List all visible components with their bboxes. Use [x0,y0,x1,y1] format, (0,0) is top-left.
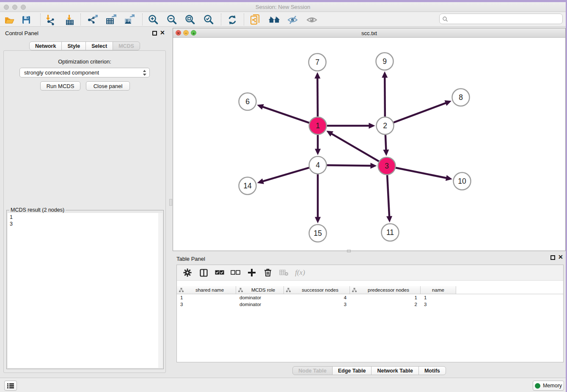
column-header-MCDS-role[interactable]: MCDS role [236,286,284,294]
table-tab-edge-table[interactable]: Edge Table [332,366,372,375]
edge-1-6[interactable] [262,107,309,123]
open-session-button[interactable] [3,14,15,26]
network-graph: 1234678910111415 [173,38,565,251]
column-sort-icon [286,288,291,293]
edge-2-8[interactable] [394,103,446,123]
memory-status-icon [535,383,540,389]
cell-successor-nodes[interactable]: 4 [284,294,350,301]
node-label-15: 15 [314,229,322,237]
select-all-button[interactable] [212,266,228,279]
cell-name[interactable]: 1 [421,294,456,301]
show-all-button[interactable] [306,14,318,26]
clone-network-icon [250,14,261,26]
export-table-button[interactable] [105,14,117,26]
vertical-splitter-handle[interactable] [169,199,172,206]
column-header-successor-nodes[interactable]: successor nodes [284,286,350,294]
table-header-row: shared nameMCDS rolesuccessor nodesprede… [177,286,563,294]
task-history-button[interactable] [4,381,17,391]
edge-3-11[interactable] [387,175,389,217]
search-input[interactable] [450,16,562,22]
homes-button[interactable] [268,14,280,26]
list-icon [7,383,14,389]
table-tab-network-table[interactable]: Network Table [371,366,419,375]
close-panel-button-mcds[interactable]: Close panel [86,81,130,91]
tab-style[interactable]: Style [61,41,86,50]
memory-button[interactable]: Memory [533,381,564,391]
cell-MCDS-role[interactable]: dominator [236,301,284,308]
table-body: 1dominator4113dominator323 [177,294,563,308]
cell-shared-name[interactable]: 3 [177,301,236,308]
result-scrollbar[interactable] [158,213,162,368]
table-tab-motifs[interactable]: Motifs [418,366,446,375]
tab-network[interactable]: Network [29,41,62,50]
export-image-button[interactable] [123,14,135,26]
close-table-panel-button[interactable]: ✕ [558,254,563,260]
table-settings-button[interactable] [179,266,195,279]
zoom-fit-button[interactable] [184,14,196,26]
eye-icon [306,15,318,25]
refresh-layout-button[interactable] [226,14,238,26]
criterion-value: strongly connected component [24,69,99,76]
import-table-button[interactable] [64,14,76,26]
add-row-button[interactable] [244,266,260,279]
export-network-button[interactable] [86,14,98,26]
column-header-predecessor-nodes[interactable]: predecessor nodes [350,286,421,294]
import-table-icon [64,14,75,25]
delete-table-button[interactable] [276,266,292,279]
mcds-pane: Optimization criterion: strongly connect… [3,50,166,373]
trash-icon [264,268,272,277]
main-toolbar [0,12,566,27]
edge-2-3[interactable] [385,135,386,150]
search-field[interactable] [439,14,563,24]
cell-name[interactable]: 3 [421,301,456,308]
zoom-selected-button[interactable] [203,14,215,26]
network-window: ✕ − ＋ scc.txt 1234678910111415 [173,28,566,251]
hide-selected-button[interactable] [287,14,299,26]
delete-row-button[interactable] [260,266,276,279]
control-panel-title: Control Panel [5,30,39,36]
column-header-shared-name[interactable]: shared name [177,286,236,294]
zoom-in-button[interactable] [147,14,159,26]
refresh-icon [227,14,238,25]
optimization-criterion-label: Optimization criterion: [4,58,165,65]
edge-1-7[interactable] [317,77,318,116]
clone-network-button[interactable] [250,14,261,26]
zoom-out-button[interactable] [166,14,178,26]
float-table-panel-button[interactable] [550,255,555,260]
show-columns-button[interactable] [195,266,212,279]
edge-arrowhead [370,163,377,169]
network-window-titlebar: ✕ − ＋ scc.txt [173,28,565,38]
deselect-all-button[interactable] [228,266,244,279]
edge-3-10[interactable] [396,168,447,178]
window-title: Session: New Session [0,4,566,10]
save-session-button[interactable] [20,14,32,26]
tab-mcds[interactable]: MCDS [113,41,140,50]
mcds-result-group: MCDS result (2 nodes) 13 [6,210,164,369]
node-label-14: 14 [243,182,252,190]
apply-function-button[interactable]: f(x) [292,266,308,279]
close-panel-button[interactable]: ✕ [160,30,165,36]
zoom-out-icon [166,14,177,25]
table-row[interactable]: 3dominator323 [177,301,563,308]
cell-successor-nodes[interactable]: 3 [284,301,350,308]
network-canvas[interactable]: 1234678910111415 [173,38,565,251]
criterion-select[interactable]: strongly connected component [19,68,150,77]
column-header-name[interactable]: name [421,286,456,294]
cell-predecessor-nodes[interactable]: 1 [350,294,421,301]
edge-3-1[interactable] [331,133,379,161]
cell-predecessor-nodes[interactable]: 2 [350,301,421,308]
edge-4-14[interactable] [262,168,309,182]
table-row[interactable]: 1dominator411 [177,294,563,301]
eye-slash-icon [287,15,299,25]
tab-select[interactable]: Select [85,41,113,50]
column-sort-icon [179,288,184,293]
cell-shared-name[interactable]: 1 [177,294,236,301]
float-panel-button[interactable] [152,31,157,36]
cell-MCDS-role[interactable]: dominator [236,294,284,301]
table-tab-node-table[interactable]: Node Table [292,366,332,375]
run-mcds-button[interactable]: Run MCDS [40,81,80,91]
mcds-result-list[interactable]: 13 [8,213,158,368]
edge-4-3[interactable] [327,165,371,166]
import-network-button[interactable] [44,14,56,26]
edge-2-9[interactable] [385,77,385,116]
